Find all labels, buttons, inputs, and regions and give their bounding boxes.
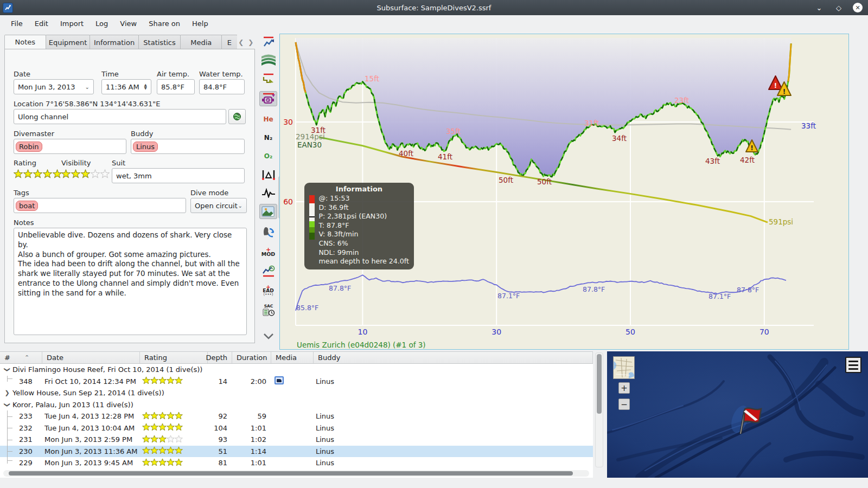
- info-line: @: 15:53: [318, 194, 409, 203]
- minimize-icon[interactable]: ⌄: [814, 2, 825, 13]
- scroll-down-button[interactable]: [259, 329, 277, 344]
- ead-button[interactable]: +EAD(•••): [259, 283, 277, 298]
- buddy-input[interactable]: Linus: [131, 139, 245, 154]
- column-header-duration[interactable]: Duration: [232, 352, 271, 363]
- chevron-right-icon[interactable]: ❯: [248, 38, 253, 46]
- helium-button[interactable]: He: [259, 112, 277, 127]
- nitrogen-button[interactable]: N₂: [259, 130, 277, 145]
- airtemp-field[interactable]: 85.8°F: [157, 79, 195, 94]
- menu-help[interactable]: Help: [187, 17, 214, 30]
- rating-stars[interactable]: [14, 169, 62, 178]
- dive-row-230[interactable]: 230Mon Jun 3, 2013 11:36 AM511:14Linus: [0, 446, 593, 458]
- gas-switch-button[interactable]: [259, 224, 277, 240]
- tab-e[interactable]: E: [221, 35, 238, 49]
- trip-row[interactable]: ❯Yellow House, Sun Sep 21, 2014 (1 dive(…: [0, 387, 593, 399]
- depth-annotation: 23ft: [674, 96, 689, 105]
- sac-button[interactable]: SAC: [259, 303, 277, 318]
- info-colorbar: [309, 195, 315, 266]
- caret-collapsed-icon[interactable]: ❯: [3, 389, 11, 396]
- trip-row[interactable]: ❯Koror, Palau, Jun 2013 (11 dive(s)): [0, 399, 593, 411]
- ruler-button[interactable]: [259, 167, 277, 182]
- visibility-stars[interactable]: [61, 169, 110, 178]
- globe-button[interactable]: [228, 109, 246, 124]
- tab-equipment[interactable]: Equipment: [46, 35, 91, 49]
- time-spinbox[interactable]: 11:36 AM▲▼: [101, 79, 151, 94]
- divemode-select[interactable]: Open circuit⌄: [190, 198, 247, 213]
- waves-button[interactable]: [259, 52, 277, 67]
- horizontal-scrollbar[interactable]: [3, 470, 589, 477]
- column-header-depth[interactable]: Depth: [208, 352, 232, 363]
- dive-computer-label: Uemis Zurich (e04d0248) (#1 of 3): [297, 341, 426, 349]
- menu-import[interactable]: Import: [55, 17, 89, 30]
- dive-rating: [140, 446, 208, 456]
- heart-rate-button[interactable]: [259, 185, 277, 201]
- chevron-left-icon[interactable]: ❮: [238, 38, 244, 46]
- svg-text:!: !: [783, 88, 786, 95]
- divemaster-input[interactable]: Robin: [14, 139, 126, 154]
- close-icon[interactable]: ✕: [853, 3, 863, 12]
- map-overview-thumbnail[interactable]: [613, 356, 635, 379]
- helium-icon: He: [263, 115, 273, 123]
- dc-ceiling-button[interactable]: [259, 91, 277, 106]
- mod-button[interactable]: +MOD: [259, 244, 277, 259]
- menu-edit[interactable]: Edit: [29, 17, 54, 30]
- dive-row-348[interactable]: 348Fri Oct 10, 2014 12:34 PM142:00Linus: [0, 376, 593, 388]
- column-header-num[interactable]: #⌃: [0, 352, 42, 363]
- date-combobox[interactable]: Mon Jun 3, 2013⌄: [14, 79, 94, 94]
- tab-media[interactable]: Media: [180, 35, 222, 49]
- vscroll-handle[interactable]: [597, 354, 602, 414]
- dive-row-233[interactable]: 233Tue Jun 4, 2013 12:28 PM9259Linus: [0, 410, 593, 422]
- dc-ceiling-icon: [261, 92, 276, 105]
- dive-row-229[interactable]: 229Mon Jun 3, 2013 9:45 AM811:01Linus: [0, 457, 593, 469]
- trip-row[interactable]: ❯Divi Flamingo House Reef, Fri Oct 10, 2…: [0, 364, 593, 376]
- dive-buddy: Linus: [314, 435, 593, 444]
- dive-row-232[interactable]: 232Tue Jun 4, 2013 10:04 AM1041:01Linus: [0, 422, 593, 434]
- notes-tabbar: NotesEquipmentInformationStatisticsMedia…: [4, 35, 255, 49]
- time-axis-tick: 10: [358, 328, 367, 336]
- map-zoom-in-button[interactable]: +: [618, 382, 630, 394]
- menu-file[interactable]: File: [5, 17, 28, 30]
- tab-notes[interactable]: Notes: [4, 35, 46, 49]
- maximize-icon[interactable]: ◇: [833, 2, 844, 13]
- suit-input[interactable]: wet, 3mm: [112, 168, 245, 183]
- caret-expanded-icon[interactable]: ❯: [4, 366, 11, 374]
- map-zoom-out-button[interactable]: −: [618, 399, 630, 410]
- dive-row-231[interactable]: 231Mon Jun 3, 2013 2:59 PM931:02Linus: [0, 434, 593, 446]
- hscroll-handle[interactable]: [9, 471, 573, 476]
- column-header-date[interactable]: Date: [42, 352, 140, 363]
- dive-depth: 104: [208, 424, 232, 432]
- pressure-annotation: EAN30: [297, 140, 322, 149]
- tab-scroll-arrows[interactable]: ❮❯: [237, 35, 255, 49]
- dive-duration: 2:00: [232, 377, 271, 386]
- watertemp-field[interactable]: 84.8°F: [199, 79, 245, 94]
- menu-share-on[interactable]: Share on: [143, 17, 186, 30]
- notes-textarea[interactable]: Unbelievable dive. Dozens and dozens of …: [14, 228, 247, 335]
- location-input[interactable]: Ulong channel: [14, 109, 226, 124]
- tab-information[interactable]: Information: [90, 35, 138, 49]
- time-label: Time: [101, 70, 119, 78]
- spinner-arrows-icon[interactable]: ▲▼: [144, 84, 147, 90]
- dive-site-map[interactable]: + −: [607, 351, 868, 478]
- deco-time-button[interactable]: [259, 264, 277, 279]
- calculated-ceiling-button[interactable]: [259, 72, 277, 87]
- dive-flag-marker[interactable]: [737, 404, 765, 436]
- dive-profile-chart[interactable]: 30601030507015ft35ft31ft23ft31ft40ft41ft…: [279, 34, 849, 350]
- oxygen-button[interactable]: O₂: [259, 149, 277, 164]
- vertical-scrollbar[interactable]: [595, 352, 603, 467]
- column-header-media[interactable]: Media: [271, 352, 314, 363]
- ascend-rate-button[interactable]: [259, 35, 277, 50]
- calculated-ceiling-icon: [262, 73, 275, 86]
- tab-statistics[interactable]: Statistics: [138, 35, 181, 49]
- column-header-buddy[interactable]: Buddy: [314, 352, 593, 363]
- dive-buddy: Linus: [314, 447, 593, 455]
- photos-button[interactable]: [259, 204, 277, 219]
- caret-expanded-icon[interactable]: ❯: [4, 401, 11, 408]
- map-menu-button[interactable]: [845, 357, 861, 373]
- chart-info-tooltip: Information @: 15:53D: 36.9ftP: 2,381psi…: [304, 183, 414, 269]
- info-title: Information: [309, 185, 409, 193]
- menu-view[interactable]: View: [114, 17, 142, 30]
- tags-input[interactable]: boat: [14, 198, 186, 213]
- dive-date: Tue Jun 4, 2013 10:04 AM: [42, 424, 140, 432]
- column-header-rating[interactable]: Rating: [140, 352, 208, 363]
- menu-log[interactable]: Log: [90, 17, 113, 30]
